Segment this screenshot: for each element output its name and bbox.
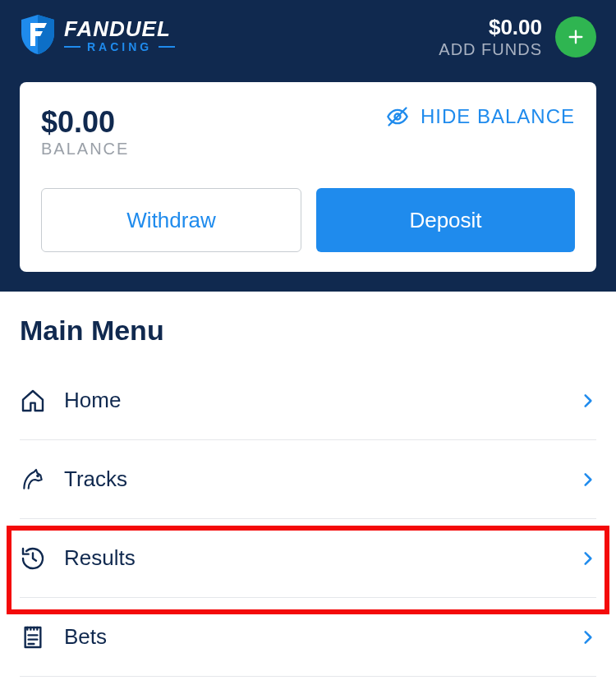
main-menu-title: Main Menu bbox=[20, 315, 596, 347]
menu-item-results[interactable]: Results bbox=[20, 519, 596, 598]
divider-line bbox=[64, 46, 80, 48]
eye-off-icon bbox=[386, 105, 409, 128]
menu-item-home[interactable]: Home bbox=[20, 361, 596, 440]
withdraw-label: Withdraw bbox=[126, 208, 215, 233]
balance-amount: $0.00 bbox=[41, 105, 129, 140]
home-icon bbox=[20, 388, 46, 414]
menu-label: Results bbox=[64, 545, 580, 571]
add-funds-button[interactable] bbox=[555, 16, 596, 57]
balance-card: $0.00 BALANCE HIDE BALANCE Withdraw Depo… bbox=[20, 82, 596, 272]
withdraw-button[interactable]: Withdraw bbox=[41, 188, 301, 252]
brand-text: FANDUEL RACING bbox=[64, 16, 175, 53]
fanduel-shield-icon bbox=[20, 15, 56, 54]
chevron-right-icon bbox=[580, 389, 596, 412]
header-balance-amount: $0.00 bbox=[439, 15, 542, 40]
history-icon bbox=[20, 545, 46, 572]
brand-subtitle-row: RACING bbox=[64, 40, 175, 53]
ticket-list-icon bbox=[20, 624, 46, 650]
app-header: FANDUEL RACING $0.00 ADD FUNDS bbox=[0, 0, 616, 292]
main-section: Main Menu Home Tracks bbox=[0, 292, 616, 677]
brand-name: FANDUEL bbox=[64, 16, 175, 42]
add-funds-label: ADD FUNDS bbox=[439, 40, 542, 59]
balance-buttons: Withdraw Deposit bbox=[41, 188, 575, 252]
menu-label: Bets bbox=[64, 624, 580, 650]
menu-item-bets[interactable]: Bets bbox=[20, 598, 596, 677]
header-top: FANDUEL RACING $0.00 ADD FUNDS bbox=[20, 15, 596, 59]
brand-subtitle: RACING bbox=[87, 40, 152, 53]
menu-label: Home bbox=[64, 388, 580, 413]
menu-label: Tracks bbox=[64, 466, 580, 492]
menu-list: Home Tracks Results bbox=[20, 361, 596, 677]
funds-block[interactable]: $0.00 ADD FUNDS bbox=[439, 15, 542, 59]
hide-balance-label: HIDE BALANCE bbox=[421, 105, 575, 128]
chevron-right-icon bbox=[580, 626, 596, 649]
horse-icon bbox=[20, 466, 46, 493]
header-right: $0.00 ADD FUNDS bbox=[439, 15, 596, 59]
balance-left: $0.00 BALANCE bbox=[41, 105, 129, 159]
chevron-right-icon bbox=[580, 468, 596, 491]
deposit-label: Deposit bbox=[409, 208, 481, 233]
balance-card-top: $0.00 BALANCE HIDE BALANCE bbox=[41, 105, 575, 159]
chevron-right-icon bbox=[580, 547, 596, 570]
balance-caption: BALANCE bbox=[41, 140, 129, 159]
plus-icon bbox=[567, 28, 585, 46]
divider-line bbox=[159, 46, 175, 48]
hide-balance-button[interactable]: HIDE BALANCE bbox=[386, 105, 575, 128]
brand-logo[interactable]: FANDUEL RACING bbox=[20, 15, 175, 54]
svg-point-4 bbox=[37, 475, 39, 476]
deposit-button[interactable]: Deposit bbox=[316, 188, 575, 252]
menu-item-tracks[interactable]: Tracks bbox=[20, 440, 596, 519]
